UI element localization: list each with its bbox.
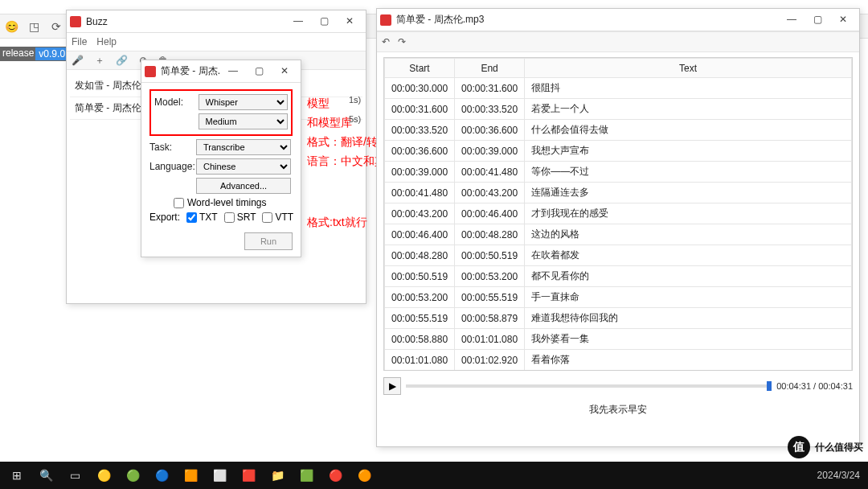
link-icon[interactable]: 🔗: [116, 55, 128, 66]
table-row[interactable]: 00:00:33.52000:00:36.600什么都会值得去做: [385, 120, 852, 141]
minimize-button[interactable]: —: [779, 10, 805, 30]
table-row[interactable]: 00:00:43.20000:00:46.400才到我现在的感受: [385, 203, 852, 224]
chrome-icon[interactable]: 🟡: [90, 463, 117, 487]
app-icon[interactable]: 🔴: [321, 463, 349, 487]
start-button[interactable]: ⊞: [3, 463, 31, 487]
table-row[interactable]: 00:00:41.48000:00:43.200连隔通连去多: [385, 183, 852, 203]
maximize-button[interactable]: ▢: [311, 12, 337, 31]
taskview-icon[interactable]: ▭: [61, 463, 88, 487]
app-icon: [380, 14, 391, 26]
table-row[interactable]: 00:00:39.00000:00:41.480等你——不过: [385, 162, 852, 183]
table-row[interactable]: 00:00:53.20000:00:55.519手一直抹命: [385, 287, 852, 308]
current-caption: 我先表示早安: [377, 403, 859, 417]
advanced-button[interactable]: Advanced...: [196, 178, 291, 194]
col-text[interactable]: Text: [525, 59, 852, 78]
annotation: 和模型库: [307, 116, 352, 130]
language-select[interactable]: Chinese: [196, 158, 291, 175]
side-text: 5s): [349, 114, 361, 124]
model-select[interactable]: Whisper: [199, 94, 289, 110]
release-badge: releasev0.9.0: [0, 47, 71, 61]
mic-icon[interactable]: 🎤: [72, 55, 84, 66]
col-start[interactable]: Start: [385, 59, 455, 78]
task-label: Task:: [149, 142, 196, 153]
cube-icon[interactable]: ◳: [23, 20, 45, 33]
model-label: Model:: [154, 97, 199, 108]
minimize-button[interactable]: —: [285, 12, 311, 31]
search-icon[interactable]: 🔍: [32, 463, 59, 487]
result-title: 简单爱 - 周杰伦.mp3: [396, 13, 779, 27]
language-label: Language:: [149, 161, 196, 172]
export-label: Export:: [149, 212, 180, 223]
table-row[interactable]: 00:01:02.92000:01:06.360一直到我们到谁走: [385, 371, 852, 372]
table-row[interactable]: 00:00:30.00000:00:31.600很阻抖: [385, 78, 852, 99]
transcribe-dialog: 简单爱 - 周杰... — ▢ ✕ Model: Whisper Medium …: [141, 60, 301, 257]
table-row[interactable]: 00:01:01.08000:01:02.920看着你落: [385, 350, 852, 371]
export-srt-checkbox[interactable]: [224, 212, 235, 223]
add-icon[interactable]: ＋: [95, 54, 104, 68]
app-icon: [145, 66, 156, 77]
annotation: 模型: [307, 97, 330, 111]
edge-icon[interactable]: 🔵: [148, 463, 175, 487]
seek-bar[interactable]: [406, 384, 772, 388]
word-timings-checkbox[interactable]: [174, 198, 184, 208]
menu-help[interactable]: Help: [96, 36, 117, 47]
app-icon[interactable]: ⬜: [206, 463, 233, 487]
side-text: 1s): [349, 95, 361, 105]
minimize-button[interactable]: —: [220, 62, 246, 81]
result-window: 简单爱 - 周杰伦.mp3 — ▢ ✕ ↶ ↷ Start End Text 0…: [376, 8, 860, 447]
export-vtt-checkbox[interactable]: [262, 212, 272, 223]
close-button[interactable]: ✕: [337, 12, 362, 31]
col-end[interactable]: End: [455, 59, 525, 78]
app-icon[interactable]: 🟠: [350, 463, 378, 487]
refresh-icon[interactable]: ⟳: [45, 20, 68, 33]
model-group-highlight: Model: Whisper Medium: [149, 89, 293, 136]
table-row[interactable]: 00:00:55.51900:00:58.879难道我想待你回我的: [385, 308, 852, 329]
buzz-title: Buzz: [86, 16, 285, 27]
app-icon[interactable]: 🟥: [235, 463, 262, 487]
app-icon[interactable]: 🟢: [119, 463, 146, 487]
maximize-button[interactable]: ▢: [246, 62, 272, 81]
explorer-icon[interactable]: 📁: [264, 463, 291, 487]
play-button[interactable]: ▶: [383, 377, 401, 395]
transcript-table: Start End Text 00:00:30.00000:00:31.600很…: [384, 58, 852, 371]
run-button[interactable]: Run: [244, 232, 293, 250]
back-icon[interactable]: 😊: [0, 20, 23, 33]
redo-icon[interactable]: ↷: [398, 36, 406, 47]
table-row[interactable]: 00:00:36.60000:00:39.000我想大声宣布: [385, 141, 852, 162]
menu-file[interactable]: File: [72, 36, 87, 47]
close-button[interactable]: ✕: [830, 10, 856, 30]
task-select[interactable]: Transcribe: [196, 139, 291, 155]
table-row[interactable]: 00:00:46.40000:00:48.280这边的风格: [385, 224, 852, 245]
close-button[interactable]: ✕: [272, 62, 297, 81]
app-icon[interactable]: 🟧: [177, 463, 204, 487]
table-row[interactable]: 00:00:31.60000:00:33.520若爱上一个人: [385, 99, 852, 120]
watermark: 值什么值得买: [788, 436, 863, 458]
table-row[interactable]: 00:00:58.88000:01:01.080我外婆看一集: [385, 329, 852, 350]
undo-icon[interactable]: ↶: [382, 36, 390, 47]
dialog-title: 简单爱 - 周杰...: [161, 64, 220, 78]
app-icon[interactable]: 🟩: [293, 463, 320, 487]
maximize-button[interactable]: ▢: [805, 10, 830, 30]
table-row[interactable]: 00:00:50.51900:00:53.200都不见看你的: [385, 266, 852, 287]
word-timings-label: Word-level timings: [187, 197, 266, 208]
time-display: 00:04:31 / 00:04:31: [776, 381, 853, 391]
app-icon: [70, 16, 81, 27]
annotation: 格式:txt就行: [307, 216, 367, 230]
taskbar-clock[interactable]: 2024/3/24: [817, 471, 865, 480]
model-size-select[interactable]: Medium: [199, 113, 289, 129]
taskbar: ⊞ 🔍 ▭ 🟡 🟢 🔵 🟧 ⬜ 🟥 📁 🟩 🔴 🟠 2024/3/24: [0, 462, 868, 489]
export-txt-checkbox[interactable]: [186, 212, 197, 223]
table-row[interactable]: 00:00:48.28000:00:50.519在吹着都发: [385, 245, 852, 266]
